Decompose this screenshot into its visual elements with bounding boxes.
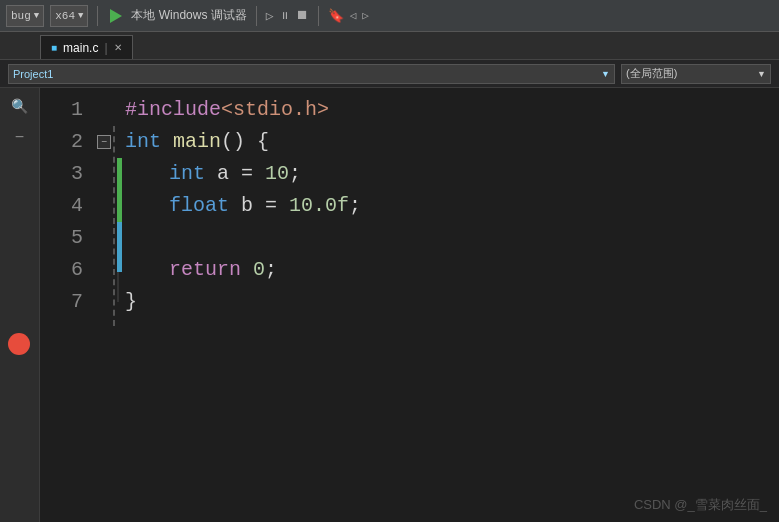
cursor-line: [117, 272, 119, 302]
line-number-3: 3: [40, 158, 83, 190]
debug-label: bug: [11, 10, 31, 22]
tab-separator: |: [104, 41, 107, 55]
nav-fwd-icon[interactable]: ▷: [362, 9, 369, 22]
line-number-1: 1: [40, 94, 83, 126]
project-dropdown[interactable]: Project1 ▼: [8, 64, 615, 84]
int-keyword-3: int: [169, 158, 205, 190]
sidebar: 🔍 −: [0, 88, 40, 522]
code-line-3: int a = 10;: [125, 158, 779, 190]
num-0: 0: [253, 254, 265, 286]
toolbar-icon-1[interactable]: ▷: [266, 8, 274, 24]
line-number-2: 2: [40, 126, 83, 158]
toolbar: bug ▼ x64 ▼ 本地 Windows 调试器 ▷ ⏸ ⏹ 🔖 ◁ ▷: [0, 0, 779, 32]
minus-icon[interactable]: −: [10, 128, 30, 148]
include-header: <stdio.h>: [221, 94, 329, 126]
tab-bar: ■ main.c | ✕: [0, 32, 779, 60]
toolbar-separator: [97, 6, 98, 26]
toolbar-icon-3[interactable]: ⏹: [296, 8, 309, 23]
arch-chevron-icon: ▼: [78, 11, 83, 21]
scope-chevron-icon: ▼: [757, 69, 766, 79]
tab-label: main.c: [63, 41, 98, 55]
paren-open: (): [221, 126, 245, 158]
float-keyword: float: [169, 190, 229, 222]
main-area: 🔍 − 1 2 3 4 5 6 7 −: [0, 88, 779, 522]
code-area: 1 2 3 4 5 6 7 −: [40, 88, 779, 324]
brace-close: }: [125, 286, 137, 318]
code-line-2: int main() {: [125, 126, 779, 158]
scope-label: (全局范围): [626, 66, 677, 81]
code-line-5: [125, 222, 779, 254]
tab-icon: ■: [51, 42, 57, 53]
line-number-4: 4: [40, 190, 83, 222]
change-bar-green: [117, 158, 122, 222]
num-10: 10: [265, 158, 289, 190]
bookmark-icon[interactable]: 🔖: [328, 8, 344, 24]
code-editor[interactable]: 1 2 3 4 5 6 7 −: [40, 88, 779, 522]
scope-line: [113, 126, 115, 326]
main-function: main: [173, 126, 221, 158]
line-number-5: 5: [40, 222, 83, 254]
tab-close-icon[interactable]: ✕: [114, 42, 122, 53]
return-keyword: return: [169, 254, 241, 286]
breakpoint-indicator[interactable]: [8, 333, 30, 355]
selection-highlight: [117, 222, 122, 272]
toolbar-icon-2[interactable]: ⏸: [280, 10, 290, 22]
toolbar-separator-3: [318, 6, 319, 26]
project-label: Project1: [13, 68, 53, 80]
collapse-button[interactable]: −: [97, 135, 111, 149]
debug-chevron-icon: ▼: [34, 11, 39, 21]
location-bar: Project1 ▼ (全局范围) ▼: [0, 60, 779, 88]
nav-back-icon[interactable]: ◁: [350, 9, 357, 22]
debug-dropdown[interactable]: bug ▼: [6, 5, 44, 27]
code-line-4: float b = 10.0f;: [125, 190, 779, 222]
editor-gutter: −: [95, 94, 125, 318]
run-button[interactable]: [107, 7, 125, 25]
arch-dropdown[interactable]: x64 ▼: [50, 5, 88, 27]
include-keyword: #include: [125, 94, 221, 126]
code-content[interactable]: #include<stdio.h> int main() { int a = 1…: [125, 94, 779, 318]
num-10f: 10.0f: [289, 190, 349, 222]
code-line-7: }: [125, 286, 779, 318]
int-keyword-2: int: [125, 126, 161, 158]
watermark: CSDN @_雪菜肉丝面_: [634, 496, 767, 514]
code-line-1: #include<stdio.h>: [125, 94, 779, 126]
arch-label: x64: [55, 10, 75, 22]
project-chevron-icon: ▼: [601, 69, 610, 79]
play-icon: [110, 9, 122, 23]
toolbar-separator-2: [256, 6, 257, 26]
line-number-7: 7: [40, 286, 83, 318]
line-numbers: 1 2 3 4 5 6 7: [40, 94, 95, 318]
line-number-6: 6: [40, 254, 83, 286]
local-debugger-label: 本地 Windows 调试器: [131, 7, 246, 24]
tab-main-c[interactable]: ■ main.c | ✕: [40, 35, 133, 59]
scope-dropdown[interactable]: (全局范围) ▼: [621, 64, 771, 84]
search-icon[interactable]: 🔍: [10, 96, 30, 116]
code-line-6: return 0;: [125, 254, 779, 286]
